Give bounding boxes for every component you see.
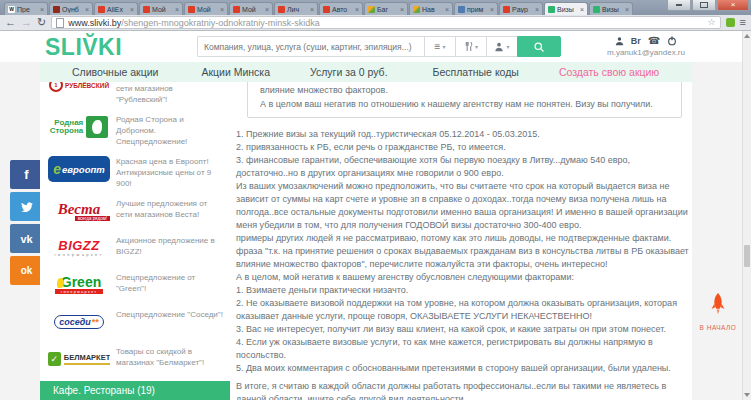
back-button[interactable]: ←	[5, 17, 16, 28]
tab-close-icon[interactable]: ×	[265, 6, 269, 13]
logo-text: BIGZZ	[58, 240, 100, 252]
browser-tab[interactable]: Мой×	[139, 2, 183, 15]
tab-close-icon[interactable]: ×	[175, 6, 179, 13]
twitter-share-button[interactable]	[10, 192, 43, 221]
browser-tab[interactable]: Лич×	[274, 2, 318, 15]
browser-tab[interactable]: Авто×	[319, 2, 363, 15]
scrollbar-thumb[interactable]	[744, 245, 750, 267]
evroopt-logo: еевроопт	[48, 156, 110, 182]
tab-title: Лич	[287, 6, 308, 13]
page-viewport: SLIV̆KI ≡▾ ▾ ▾ Br ☎ m.yanuk1@yandex.ru С…	[0, 31, 751, 400]
category-dropdown[interactable]: ≡▾	[424, 36, 455, 57]
maximize-button[interactable]	[692, 0, 716, 11]
tab-close-icon[interactable]: ×	[400, 6, 404, 13]
browser-tab[interactable]: Payp×	[499, 2, 543, 15]
nav-item-akcii-minska[interactable]: Акции Минска	[201, 66, 270, 78]
address-bar[interactable]: www.slivki.by/shengen-mnogokratniy-odnok…	[51, 16, 720, 29]
list-item[interactable]: РоднаяСторона Родная Сторона и Доброном.…	[48, 112, 224, 147]
browser-tab[interactable]: Оунб×	[49, 2, 93, 15]
vesta-logo: Веставсегда рядом!	[48, 196, 110, 226]
tab-close-icon[interactable]: ×	[625, 6, 629, 13]
list-item[interactable]: соседи** Спецпредложение "Соседи"!	[48, 307, 224, 337]
food-dropdown[interactable]: ▾	[455, 36, 486, 57]
search-input[interactable]	[197, 36, 424, 57]
nav-item-create-action[interactable]: Создать свою акцию	[559, 66, 659, 78]
tab-close-icon[interactable]: ×	[85, 6, 89, 13]
chevron-down-icon: ▾	[475, 43, 478, 50]
user-account-area[interactable]: Br ☎ m.yanuk1@yandex.ru	[590, 35, 702, 57]
ok-share-button[interactable]: ok	[10, 256, 43, 285]
deal-description: Спецпредложение "Соседи"!	[116, 307, 224, 320]
tab-close-icon[interactable]: ×	[445, 6, 449, 13]
browser-tab[interactable]: Мой×	[229, 2, 273, 15]
search-icon	[533, 41, 545, 53]
quote-line: А в целом ваш негатив по отношению к наш…	[260, 97, 669, 111]
browser-tab[interactable]: AliEx×	[94, 2, 138, 15]
scroll-down-arrow-icon[interactable]	[744, 393, 750, 397]
tab-close-icon[interactable]: ×	[130, 6, 134, 13]
rodnaya-storona-logo: РоднаяСторона	[48, 112, 110, 142]
scroll-up-arrow-icon[interactable]	[744, 34, 750, 38]
tab-title: Мой	[197, 6, 218, 13]
comment-paragraph: 3. Вас не интересует, получит ли визу ва…	[236, 323, 690, 336]
logout-icon[interactable]	[667, 36, 677, 46]
user-comment: 1. Прежние визы за текущий год..туристич…	[236, 128, 690, 400]
comment-paragraph: 2. привязанность к РБ, если речь о гражд…	[236, 141, 690, 154]
tab-close-icon[interactable]: ×	[310, 6, 314, 13]
list-item[interactable]: BIGZZгипермаркет Акционное предложение в…	[48, 233, 224, 263]
browser-tab[interactable]: Визы×	[589, 2, 633, 15]
tab-close-icon[interactable]: ×	[535, 6, 539, 13]
nav-item-slivochnye-akcii[interactable]: Сливочные акции	[72, 66, 158, 78]
close-button[interactable]: ×	[717, 0, 749, 11]
tab-favicon	[323, 6, 330, 13]
browser-tab[interactable]: Мой×	[184, 2, 228, 15]
search-button[interactable]	[517, 36, 561, 57]
tab-strip: WПре× Оунб× AliEx× Мой× Мой× Мой× Лич× А…	[0, 0, 751, 15]
vk-share-button[interactable]: vk	[10, 224, 43, 253]
tab-close-icon[interactable]: ×	[355, 6, 359, 13]
scrollbar[interactable]	[742, 31, 751, 400]
sidebar-section-cafe-restaurants[interactable]: Кафе. Рестораны (19)	[40, 381, 230, 400]
minimize-button[interactable]	[667, 0, 691, 11]
phone-icon[interactable]: ☎	[648, 36, 660, 46]
forward-button[interactable]: →	[21, 17, 32, 28]
browser-menu-icon[interactable]: ≡	[740, 17, 746, 28]
bookmark-star-icon[interactable]: ☆	[708, 18, 716, 27]
comment-paragraph: 5. Два моих комментария с обоснованными …	[236, 362, 690, 375]
browser-tab[interactable]: Нав×	[409, 2, 453, 15]
tab-favicon	[503, 6, 510, 13]
nav-item-besplatnye-kody[interactable]: Бесплатные коды	[433, 66, 519, 78]
extension-icon[interactable]	[726, 18, 735, 27]
tab-close-icon[interactable]: ×	[580, 6, 584, 13]
browser-tab-active[interactable]: Визы×	[544, 2, 588, 15]
list-item[interactable]: 1РУБЛЁВСКИЙ Акционные предложения в сети…	[48, 82, 224, 105]
list-item[interactable]: Веставсегда рядом! Лучшие предложения от…	[48, 196, 224, 226]
facebook-share-button[interactable]: f	[10, 160, 43, 189]
facebook-icon: f	[24, 167, 28, 182]
list-item[interactable]: еевроопт Красная цена в Евроопт! Антикри…	[48, 154, 224, 189]
list-item[interactable]: Greenгипермаркет Спецпредложение от "Gre…	[48, 270, 224, 300]
browser-tab[interactable]: прим×	[454, 2, 498, 15]
browser-window: WПре× Оунб× AliEx× Мой× Мой× Мой× Лич× А…	[0, 0, 751, 400]
toucan-icon	[57, 278, 64, 288]
tab-close-icon[interactable]: ×	[40, 6, 44, 13]
reload-button[interactable]: ↻	[37, 17, 46, 28]
browser-tab[interactable]: WПре×	[4, 2, 48, 15]
beauty-dropdown[interactable]: ▾	[486, 36, 517, 57]
tab-close-icon[interactable]: ×	[220, 6, 224, 13]
url-domain: www.slivki.by	[68, 18, 121, 28]
list-item[interactable]: ✓БЕЛМАРКЕТ Товары со скидкой в магазинах…	[48, 344, 224, 374]
tab-title: Визы	[557, 6, 578, 13]
currency-label[interactable]: Br	[631, 36, 641, 46]
back-to-top-button[interactable]: В НАЧАЛО	[694, 293, 742, 331]
slivki-logo[interactable]: SLIV̆KI	[45, 34, 122, 61]
tab-title: прим	[467, 6, 488, 13]
tab-close-icon[interactable]: ×	[490, 6, 494, 13]
nav-item-uslugi[interactable]: Услуги за 0 руб.	[310, 66, 388, 78]
belmarket-logo: ✓БЕЛМАРКЕТ	[48, 344, 110, 374]
maximize-icon	[700, 2, 708, 8]
stork-icon	[86, 116, 108, 138]
logo-text: БЕЛМАРКЕТ	[64, 353, 110, 365]
deals-sidebar: 1РУБЛЁВСКИЙ Акционные предложения в сети…	[40, 82, 230, 400]
browser-tab[interactable]: Баг×	[364, 2, 408, 15]
